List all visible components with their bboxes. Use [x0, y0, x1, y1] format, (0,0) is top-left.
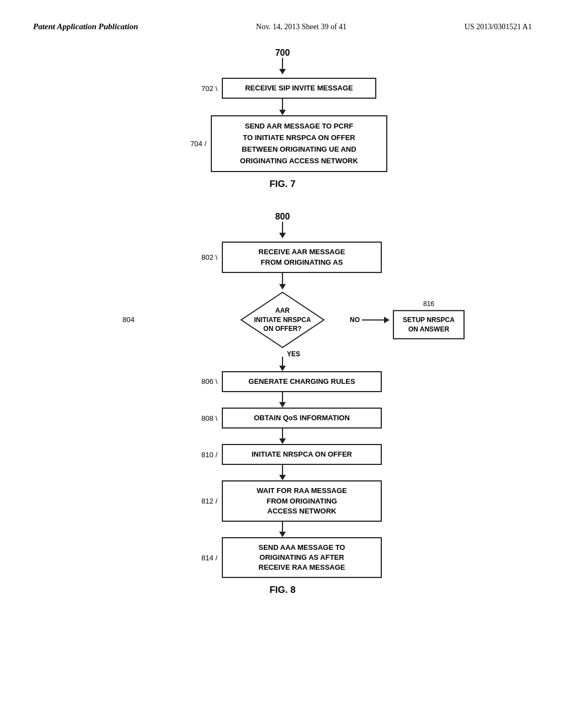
- fig8-section: 800 802 \ RECEIVE AAR MESSAGEFROM ORIGIN…: [33, 212, 532, 596]
- header-publication-label: Patent Application Publication: [33, 22, 138, 31]
- fig8-label-802: 802 \: [183, 253, 222, 261]
- fig7-section: 700 702 \ RECEIVE SIP INVITE MESSAGE: [33, 48, 532, 190]
- fig7-flow: 700 702 \ RECEIVE SIP INVITE MESSAGE: [145, 48, 420, 172]
- fig8-start-label: 800: [275, 212, 290, 222]
- fig8-label-810: 810 /: [183, 451, 222, 459]
- fig8-start-node: 800: [275, 212, 290, 242]
- fig7-arrow-1: [279, 99, 286, 115]
- fig8-label-808: 808 \: [183, 414, 222, 422]
- fig8-816-area: 816 SETUP NRSPCAON ANSWER: [393, 300, 465, 340]
- fig7-flowchart: 700 702 \ RECEIVE SIP INVITE MESSAGE: [145, 48, 420, 172]
- fig7-box-704: SEND AAR MESSAGE TO PCRF TO INITIATE NRS…: [211, 115, 387, 172]
- fig7-label-702: 702 \: [189, 84, 222, 93]
- fig8-diamond-row: 804 AARINITIATE NRSPCAON OFFER? NO: [106, 290, 459, 350]
- fig8-box-814: SEND AAA MESSAGE TOORIGINATING AS AFTERR…: [222, 537, 382, 579]
- fig8-box-810: INITIATE NRSPCA ON OFFER: [222, 444, 382, 465]
- fig8-node802-row: 802 \ RECEIVE AAR MESSAGEFROM ORIGINATIN…: [106, 242, 459, 272]
- fig8-box-808: OBTAIN QoS INFORMATION: [222, 408, 382, 429]
- fig8-arrow-4: [279, 465, 286, 480]
- fig8-diamond-804: AARINITIATE NRSPCAON OFFER?: [238, 290, 327, 350]
- fig7-start-label: 700: [275, 48, 290, 58]
- yes-label: YES: [287, 350, 300, 358]
- fig8-label: FIG. 8: [269, 585, 295, 596]
- fig8-label-814: 814 /: [183, 554, 222, 562]
- page-header: Patent Application Publication Nov. 14, …: [33, 22, 532, 31]
- fig8-box-812: WAIT FOR RAA MESSAGEFROM ORIGINATINGACCE…: [222, 480, 382, 522]
- fig8-yes-arrow: YES: [279, 350, 286, 371]
- fig8-node814-row: 814 / SEND AAA MESSAGE TOORIGINATING AS …: [106, 537, 459, 579]
- fig8-start-arrow: [279, 222, 286, 242]
- fig7-node702-row: 702 \ RECEIVE SIP INVITE MESSAGE: [145, 78, 420, 99]
- fig8-box-802: RECEIVE AAR MESSAGEFROM ORIGINATING AS: [222, 242, 382, 272]
- fig8-arrow-3: [279, 429, 286, 444]
- fig8-node810-row: 810 / INITIATE NRSPCA ON OFFER: [106, 444, 459, 465]
- no-label: NO: [350, 316, 360, 324]
- fig7-start-arrow: [279, 58, 286, 78]
- fig8-node812-row: 812 / WAIT FOR RAA MESSAGEFROM ORIGINATI…: [106, 480, 459, 522]
- fig8-box-806: GENERATE CHARGING RULES: [222, 371, 382, 392]
- page: Patent Application Publication Nov. 14, …: [0, 0, 565, 728]
- no-arrowhead: [384, 317, 390, 323]
- header-date-sheet: Nov. 14, 2013 Sheet 39 of 41: [256, 23, 347, 31]
- fig8-label-812: 812 /: [183, 497, 222, 505]
- fig7-node704-row: 704 / SEND AAR MESSAGE TO PCRF TO INITIA…: [145, 115, 420, 172]
- fig8-label-806: 806 \: [183, 377, 222, 386]
- fig8-flowchart: 800 802 \ RECEIVE AAR MESSAGEFROM ORIGIN…: [106, 212, 459, 578]
- fig7-label-704: 704 /: [178, 140, 211, 148]
- fig7-label: FIG. 7: [269, 179, 295, 190]
- fig7-box-702: RECEIVE SIP INVITE MESSAGE: [222, 78, 376, 99]
- fig8-diamond-804-text: AARINITIATE NRSPCAON OFFER?: [254, 306, 311, 333]
- no-horiz-line: [362, 319, 384, 320]
- fig8-label-816: 816: [423, 300, 434, 308]
- fig7-start-node: 700: [275, 48, 290, 78]
- fig8-arrow-1: [279, 273, 286, 290]
- fig8-box-816: SETUP NRSPCAON ANSWER: [393, 310, 465, 340]
- fig8-arrow-2: [279, 392, 286, 408]
- fig8-arrow-5: [279, 522, 286, 537]
- fig8-label-804: 804: [122, 315, 135, 324]
- fig8-no-branch: NO 816 SETUP NRSPCAON ANSWER: [350, 300, 465, 340]
- fig8-flow: 800 802 \ RECEIVE AAR MESSAGEFROM ORIGIN…: [106, 212, 459, 578]
- fig8-node806-row: 806 \ GENERATE CHARGING RULES: [106, 371, 459, 392]
- header-patent-number: US 2013/0301521 A1: [465, 23, 532, 31]
- fig8-node808-row: 808 \ OBTAIN QoS INFORMATION: [106, 408, 459, 429]
